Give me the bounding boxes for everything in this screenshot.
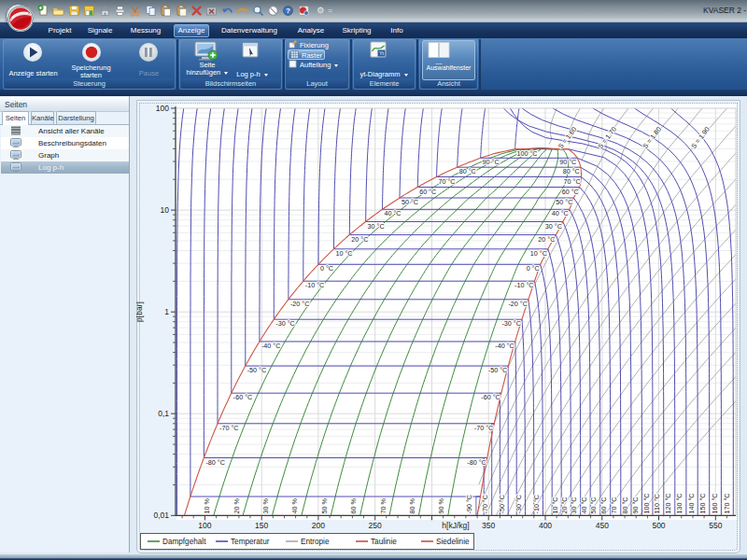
- svg-text:-30 °C: -30 °C: [514, 495, 523, 513]
- svg-text:-60 °C: -60 °C: [481, 393, 500, 401]
- svg-text:Siedelinie: Siedelinie: [436, 538, 470, 546]
- svg-text:60 °C: 60 °C: [419, 188, 436, 196]
- svg-text:20 °C: 20 °C: [351, 235, 368, 244]
- svg-text:80 °C: 80 °C: [621, 497, 629, 513]
- svg-text:40 %: 40 %: [290, 498, 299, 514]
- svg-text:30 °C: 30 °C: [570, 497, 578, 513]
- svg-text:70 °C: 70 °C: [439, 177, 456, 186]
- svg-text:-20 °C: -20 °C: [508, 300, 527, 308]
- svg-text:60 %: 60 %: [349, 498, 358, 514]
- svg-text:-30 °C: -30 °C: [275, 319, 294, 328]
- svg-text:-70 °C: -70 °C: [219, 424, 238, 432]
- svg-text:-80 °C: -80 °C: [205, 458, 224, 467]
- svg-text:-10 °C: -10 °C: [305, 281, 324, 289]
- svg-text:0,01: 0,01: [153, 511, 169, 520]
- svg-text:90 %: 90 %: [437, 498, 445, 514]
- svg-text:30 °C: 30 °C: [545, 222, 562, 231]
- svg-text:10: 10: [161, 205, 170, 215]
- svg-text:1: 1: [164, 307, 169, 316]
- svg-text:0,1: 0,1: [158, 409, 169, 418]
- svg-text:50 °C: 50 °C: [402, 198, 418, 206]
- svg-text:550: 550: [709, 521, 722, 530]
- svg-text:200: 200: [312, 521, 325, 530]
- svg-text:20 °C: 20 °C: [538, 235, 555, 244]
- svg-text:10 °C: 10 °C: [551, 497, 559, 513]
- svg-text:350: 350: [482, 521, 495, 530]
- svg-text:30 %: 30 %: [261, 498, 270, 514]
- svg-text:140 °C: 140 °C: [687, 493, 696, 513]
- svg-text:-10 °C: -10 °C: [514, 281, 533, 289]
- svg-text:50 °C: 50 °C: [589, 497, 598, 513]
- svg-text:0 °C: 0 °C: [527, 264, 540, 273]
- svg-text:-60 °C: -60 °C: [233, 393, 252, 401]
- svg-text:70 °C: 70 °C: [610, 497, 618, 513]
- svg-text:p[bar]: p[bar]: [136, 301, 144, 322]
- svg-text:100: 100: [156, 104, 169, 113]
- svg-text:Dampfgehalt: Dampfgehalt: [162, 538, 206, 546]
- svg-text:50 %: 50 %: [320, 498, 329, 514]
- svg-text:70 %: 70 %: [379, 498, 388, 514]
- svg-text:-50 °C: -50 °C: [498, 495, 506, 513]
- svg-text:-40 °C: -40 °C: [261, 342, 280, 350]
- svg-text:400: 400: [539, 521, 552, 530]
- svg-text:90 °C: 90 °C: [631, 497, 640, 513]
- svg-text:20 °C: 20 °C: [560, 497, 569, 513]
- svg-text:130 °C: 130 °C: [675, 493, 684, 513]
- svg-text:50 °C: 50 °C: [556, 198, 572, 206]
- svg-text:Entropie: Entropie: [301, 538, 330, 546]
- svg-text:90 °C: 90 °C: [483, 158, 500, 166]
- svg-text:450: 450: [596, 521, 609, 530]
- svg-text:60 °C: 60 °C: [562, 188, 579, 196]
- svg-text:150: 150: [255, 521, 268, 530]
- svg-text:80 °C: 80 °C: [563, 167, 580, 175]
- svg-text:40 °C: 40 °C: [385, 209, 402, 217]
- svg-text:80 %: 80 %: [408, 498, 416, 514]
- svg-text:0 °C: 0 °C: [320, 264, 333, 273]
- svg-text:Yt: Yt: [379, 50, 385, 56]
- svg-text:-90 °C: -90 °C: [465, 495, 473, 513]
- svg-text:120 °C: 120 °C: [664, 493, 672, 513]
- svg-text:40 °C: 40 °C: [552, 209, 569, 217]
- svg-text:-30 °C: -30 °C: [501, 319, 520, 328]
- svg-text:150 °C: 150 °C: [698, 493, 707, 513]
- svg-text:500: 500: [652, 521, 665, 530]
- svg-text:10 %: 10 %: [203, 498, 211, 514]
- svg-text:40 °C: 40 °C: [580, 497, 588, 513]
- svg-text:-10 °C: -10 °C: [532, 495, 541, 513]
- svg-text:160 °C: 160 °C: [711, 493, 719, 513]
- svg-text:?: ?: [286, 7, 290, 15]
- svg-text:60 °C: 60 °C: [599, 497, 608, 513]
- svg-text:100 °C: 100 °C: [517, 149, 538, 158]
- svg-text:80 °C: 80 °C: [459, 167, 476, 175]
- svg-text:-40 °C: -40 °C: [495, 342, 514, 350]
- svg-text:10 °C: 10 °C: [530, 249, 547, 258]
- svg-text:110 °C: 110 °C: [653, 494, 661, 514]
- svg-text:20 %: 20 %: [233, 498, 241, 514]
- svg-text:70 °C: 70 °C: [564, 177, 581, 186]
- svg-text:-50 °C: -50 °C: [247, 366, 266, 374]
- svg-text:100: 100: [198, 521, 211, 530]
- svg-text:-20 °C: -20 °C: [290, 300, 309, 308]
- svg-text:170 °C: 170 °C: [723, 493, 731, 513]
- svg-text:Taulinie: Taulinie: [371, 538, 397, 546]
- svg-text:h[kJ/kg]: h[kJ/kg]: [442, 521, 469, 530]
- svg-text:-80 °C: -80 °C: [467, 458, 486, 467]
- svg-text:Temperatur: Temperatur: [231, 538, 270, 546]
- svg-text:-70 °C: -70 °C: [481, 495, 489, 513]
- svg-text:S = 1.80: S = 1.80: [641, 125, 663, 150]
- svg-text:-70 °C: -70 °C: [474, 424, 493, 432]
- svg-text:30 °C: 30 °C: [368, 222, 385, 231]
- svg-text:10 °C: 10 °C: [335, 249, 352, 258]
- svg-text:-50 °C: -50 °C: [488, 366, 507, 374]
- svg-text:250: 250: [369, 521, 382, 530]
- svg-text:90 °C: 90 °C: [559, 158, 576, 166]
- svg-text:100 °C: 100 °C: [642, 493, 651, 513]
